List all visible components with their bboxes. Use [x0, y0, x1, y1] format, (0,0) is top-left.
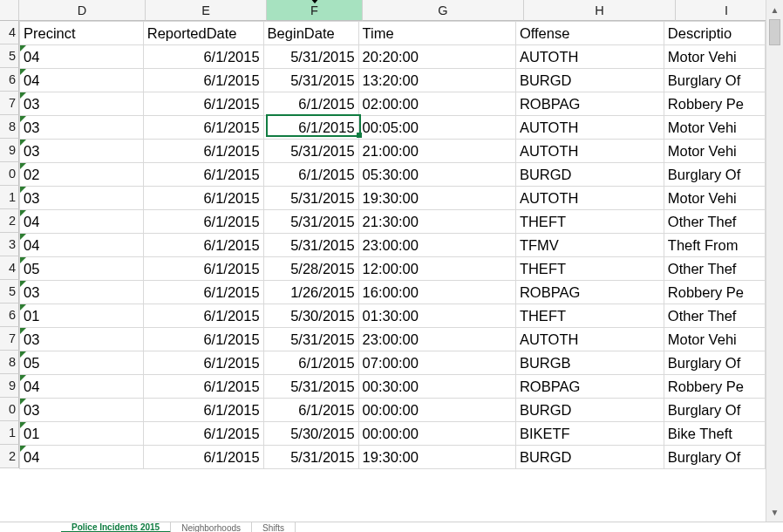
data-cell[interactable]: 6/1/2015	[143, 257, 263, 281]
data-cell[interactable]: 5/31/2015	[263, 210, 358, 234]
data-cell[interactable]: THEFT	[515, 210, 664, 234]
data-cell[interactable]: AUTOTH	[515, 328, 664, 351]
data-cell[interactable]: THEFT	[515, 257, 664, 281]
data-cell[interactable]: 6/1/2015	[143, 304, 263, 328]
data-cell[interactable]: BURGD	[515, 163, 664, 187]
column-header-I[interactable]: I	[676, 0, 766, 21]
data-cell[interactable]: BURGB	[515, 351, 664, 375]
data-cell[interactable]: 5/30/2015	[263, 304, 358, 328]
data-cell[interactable]: 03	[20, 116, 144, 140]
data-cell[interactable]: 5/31/2015	[263, 69, 358, 92]
data-cell[interactable]: 00:30:00	[358, 375, 515, 399]
data-cell[interactable]: 5/31/2015	[263, 328, 358, 351]
data-cell[interactable]: Robbery Pe	[664, 375, 765, 399]
data-cell[interactable]: 03	[20, 328, 144, 351]
data-cell[interactable]: AUTOTH	[515, 187, 664, 210]
data-cell[interactable]: 01	[20, 422, 144, 446]
data-cell[interactable]: 6/1/2015	[143, 234, 263, 257]
data-cell[interactable]: BURGD	[515, 399, 664, 422]
row-header[interactable]: 8	[0, 115, 19, 139]
data-cell[interactable]: 04	[20, 45, 144, 69]
data-cell[interactable]: 6/1/2015	[143, 446, 263, 469]
data-cell[interactable]: Other Thef	[664, 257, 765, 281]
data-cell[interactable]: ROBPAG	[515, 92, 664, 116]
data-cell[interactable]: Robbery Pe	[664, 281, 765, 304]
data-cell[interactable]: Motor Vehi	[664, 328, 765, 351]
data-cell[interactable]: 5/31/2015	[263, 446, 358, 469]
data-cell[interactable]: BURGD	[515, 69, 664, 92]
data-cell[interactable]: TFMV	[515, 234, 664, 257]
data-cell[interactable]: Burglary Of	[664, 69, 765, 92]
sheet-tab[interactable]: Police Incidents 2015	[61, 522, 171, 532]
field-header-cell[interactable]: ReportedDate	[143, 22, 263, 45]
data-cell[interactable]: AUTOTH	[515, 116, 664, 140]
vertical-scrollbar[interactable]: ▲ ▼	[766, 0, 783, 522]
row-header[interactable]: 4	[0, 256, 19, 280]
field-header-cell[interactable]: Descriptio	[664, 22, 765, 45]
row-header[interactable]: 6	[0, 68, 19, 92]
data-cell[interactable]: 23:00:00	[358, 328, 515, 351]
field-header-cell[interactable]: Time	[358, 22, 515, 45]
data-cell[interactable]: Other Thef	[664, 210, 765, 234]
data-cell[interactable]: 6/1/2015	[143, 187, 263, 210]
data-cell[interactable]: 5/31/2015	[263, 187, 358, 210]
data-cell[interactable]: 05:30:00	[358, 163, 515, 187]
data-cell[interactable]: 16:00:00	[358, 281, 515, 304]
data-cell[interactable]: 03	[20, 187, 144, 210]
data-cell[interactable]: 1/26/2015	[263, 281, 358, 304]
data-cell[interactable]: ROBPAG	[515, 281, 664, 304]
data-cell[interactable]: Burglary Of	[664, 163, 765, 187]
row-header[interactable]: 9	[0, 374, 19, 398]
select-all-corner[interactable]	[0, 0, 19, 21]
row-header[interactable]: 5	[0, 280, 19, 304]
cell-grid[interactable]: PrecinctReportedDateBeginDateTimeOffense…	[19, 21, 766, 469]
row-header[interactable]: 4	[0, 21, 19, 44]
column-header-E[interactable]: E	[146, 0, 267, 21]
data-cell[interactable]: 5/31/2015	[263, 375, 358, 399]
data-cell[interactable]: 02:00:00	[358, 92, 515, 116]
field-header-cell[interactable]: Offense	[515, 22, 664, 45]
row-header[interactable]: 8	[0, 351, 19, 374]
data-cell[interactable]: Motor Vehi	[664, 45, 765, 69]
data-cell[interactable]: 6/1/2015	[143, 45, 263, 69]
data-cell[interactable]: 00:05:00	[358, 116, 515, 140]
data-cell[interactable]: 6/1/2015	[263, 92, 358, 116]
row-header[interactable]: 7	[0, 327, 19, 351]
field-header-cell[interactable]: BeginDate	[263, 22, 358, 45]
data-cell[interactable]: 6/1/2015	[143, 399, 263, 422]
data-cell[interactable]: 12:00:00	[358, 257, 515, 281]
data-cell[interactable]: 04	[20, 375, 144, 399]
data-cell[interactable]: 5/30/2015	[263, 422, 358, 446]
data-cell[interactable]: 01	[20, 304, 144, 328]
data-cell[interactable]: 6/1/2015	[143, 422, 263, 446]
row-header[interactable]: 0	[0, 162, 19, 186]
data-cell[interactable]: 6/1/2015	[143, 92, 263, 116]
scroll-down-button[interactable]: ▼	[768, 504, 781, 520]
data-cell[interactable]: 6/1/2015	[143, 281, 263, 304]
field-header-cell[interactable]: Precinct	[20, 22, 144, 45]
data-cell[interactable]: 23:00:00	[358, 234, 515, 257]
row-header[interactable]: 6	[0, 304, 19, 327]
data-cell[interactable]: 04	[20, 210, 144, 234]
sheet-tab[interactable]: Neighborhoods	[171, 522, 252, 532]
data-cell[interactable]: Bike Theft	[664, 422, 765, 446]
row-header[interactable]: 0	[0, 398, 19, 421]
column-header-G[interactable]: G	[363, 0, 524, 21]
data-cell[interactable]: Burglary Of	[664, 351, 765, 375]
data-cell[interactable]: 04	[20, 234, 144, 257]
data-cell[interactable]: 6/1/2015	[143, 140, 263, 163]
data-cell[interactable]: 6/1/2015	[263, 399, 358, 422]
tab-nav-buttons[interactable]	[0, 522, 61, 532]
data-cell[interactable]: 6/1/2015	[143, 351, 263, 375]
data-cell[interactable]: 03	[20, 92, 144, 116]
data-cell[interactable]: 6/1/2015	[143, 69, 263, 92]
data-cell[interactable]: 20:20:00	[358, 45, 515, 69]
data-cell[interactable]: 05	[20, 351, 144, 375]
data-cell[interactable]: 07:00:00	[358, 351, 515, 375]
data-cell[interactable]: BURGD	[515, 446, 664, 469]
data-cell[interactable]: 6/1/2015	[143, 210, 263, 234]
data-cell[interactable]: 01:30:00	[358, 304, 515, 328]
data-cell[interactable]: Burglary Of	[664, 446, 765, 469]
data-cell[interactable]: 04	[20, 69, 144, 92]
data-cell[interactable]: 03	[20, 281, 144, 304]
